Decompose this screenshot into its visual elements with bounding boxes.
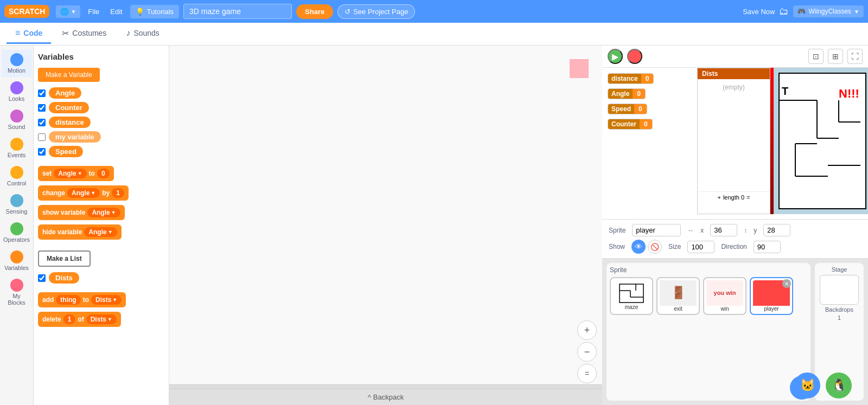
block-change-val[interactable]: 1	[112, 188, 124, 198]
var-pill-dists[interactable]: Dists	[49, 272, 79, 284]
block-hide-var[interactable]: Angle ▼	[84, 227, 117, 237]
block-change-row: change Angle ▼ by 1	[38, 185, 164, 201]
block-hide[interactable]: hide variable Angle ▼	[38, 224, 122, 240]
stage-thumbnail[interactable]	[820, 275, 859, 305]
zoom-in-button[interactable]: +	[577, 320, 597, 340]
sprite-info: Sprite ↔ x ↕ y Show 👁 🚫 Size Direction	[602, 220, 868, 259]
tutorials-button[interactable]: 💡 Tutorials	[130, 5, 179, 18]
var-checkbox-dists[interactable]	[38, 274, 46, 282]
sprite-thumb-exit[interactable]: 🚪 exit	[656, 277, 700, 315]
add-buttons: 🐱 🐧	[794, 372, 852, 398]
sprite-thumb-player[interactable]: ✕ player	[750, 277, 793, 315]
x-icon: ↔	[687, 227, 694, 234]
sprite-img-exit: 🚪	[660, 280, 697, 305]
dists-empty: (empty)	[698, 79, 770, 95]
zoom-out-button[interactable]: −	[577, 342, 597, 362]
fullscreen-button[interactable]: ⛶	[847, 49, 863, 64]
make-variable-button[interactable]: Make a Variable	[38, 68, 100, 82]
block-set-val[interactable]: 0	[97, 169, 110, 178]
sidebar-item-operators[interactable]: Operators	[2, 219, 32, 246]
maze-area: T N!!!	[770, 68, 868, 214]
scripts-area[interactable]: + − = ^ Backpack	[169, 46, 602, 405]
stop-button[interactable]	[627, 49, 642, 64]
block-delete[interactable]: delete 1 of Dists ▼	[38, 312, 121, 327]
var-pill-speed[interactable]: Speed	[49, 146, 83, 157]
edit-menu[interactable]: Edit	[107, 5, 125, 18]
save-now-button[interactable]: Save Now	[743, 8, 775, 16]
show-label: Show	[609, 243, 625, 250]
size-input[interactable]	[687, 241, 714, 253]
block-delete-list[interactable]: Dists ▼	[86, 314, 117, 324]
tab-sounds[interactable]: ♪ Sounds	[117, 24, 168, 44]
direction-input[interactable]	[754, 241, 781, 253]
sidebar-item-variables[interactable]: Variables	[2, 247, 32, 274]
tab-code[interactable]: ≡ Code	[7, 24, 51, 44]
sidebar-item-events[interactable]: Events	[2, 134, 32, 162]
block-set-row: set Angle ▼ to 0	[38, 166, 164, 181]
var-checkbox-angle[interactable]	[38, 89, 46, 97]
backpack-bar[interactable]: ^ Backpack	[169, 389, 602, 405]
add-cat-button[interactable]: 🐱	[794, 372, 820, 398]
sprite-thumb-maze[interactable]: maze	[610, 277, 653, 315]
svg-text:T: T	[782, 85, 788, 97]
globe-icon: 🌐	[60, 8, 69, 16]
block-delete-index[interactable]: 1	[63, 314, 76, 324]
block-set-var[interactable]: Angle ▼	[54, 169, 86, 178]
sidebar: Motion Looks Sound Events Control Sensin…	[0, 46, 34, 405]
globe-button[interactable]: 🌐 ▼	[56, 5, 80, 18]
block-show-row: show variable Angle ▼	[38, 205, 164, 220]
block-show[interactable]: show variable Angle ▼	[38, 205, 125, 220]
hide-eye-button[interactable]: 🚫	[648, 240, 662, 254]
var-checkbox-counter[interactable]	[38, 104, 46, 112]
sidebar-item-control[interactable]: Control	[2, 163, 32, 190]
var-checkbox-speed[interactable]	[38, 148, 46, 156]
file-menu[interactable]: File	[85, 5, 103, 18]
backdrops-label: Backdrops	[825, 306, 853, 313]
user-menu[interactable]: 🎮 WiingyClasses ▼	[793, 5, 864, 17]
var-pill-myvariable[interactable]: my variable	[49, 131, 101, 143]
var-checkbox-myvariable[interactable]	[38, 133, 46, 141]
green-flag-button[interactable]: ▶	[608, 49, 623, 64]
block-add-list[interactable]: Dists ▼	[91, 295, 122, 305]
direction-label: Direction	[721, 243, 746, 250]
block-add-thing[interactable]: thing	[56, 295, 80, 305]
x-input[interactable]	[710, 224, 737, 236]
scrollbar-horizontal[interactable]	[169, 384, 602, 389]
y-input[interactable]	[763, 224, 790, 236]
my-blocks-dot	[10, 279, 23, 292]
sidebar-item-looks[interactable]: Looks	[2, 78, 32, 105]
sidebar-item-motion[interactable]: Motion	[2, 50, 32, 77]
sprite-label: Sprite	[609, 227, 626, 234]
var-pill-angle[interactable]: Angle	[49, 87, 81, 99]
sidebar-item-sensing[interactable]: Sensing	[2, 191, 32, 218]
make-list-button[interactable]: Make a List	[38, 250, 91, 267]
size-label: Size	[668, 243, 681, 250]
share-button[interactable]: Share	[296, 4, 333, 19]
save-icon-button[interactable]: 🗂	[779, 6, 789, 17]
main-area: Motion Looks Sound Events Control Sensin…	[0, 46, 868, 405]
show-eye-button[interactable]: 👁	[631, 240, 646, 254]
sidebar-item-sound[interactable]: Sound	[2, 106, 32, 133]
block-add[interactable]: add thing to Dists ▼	[38, 292, 126, 307]
sprite-thumb-win[interactable]: you win win	[703, 277, 746, 315]
block-set[interactable]: set Angle ▼ to 0	[38, 166, 114, 181]
sprite-name-win: win	[720, 306, 729, 312]
scripts-canvas[interactable]	[169, 46, 602, 389]
sprite-name-input[interactable]	[632, 224, 681, 236]
tab-costumes[interactable]: ✂ Costumes	[53, 24, 115, 44]
add-backdrop-button[interactable]: 🐧	[826, 372, 852, 398]
var-pill-counter[interactable]: Counter	[49, 102, 89, 113]
sidebar-item-my-blocks[interactable]: My Blocks	[2, 275, 32, 309]
y-icon: ↕	[744, 227, 747, 234]
block-change-var[interactable]: Angle ▼	[67, 188, 100, 198]
see-project-button[interactable]: ↺ See Project Page	[337, 4, 415, 19]
sprite-delete-player[interactable]: ✕	[782, 279, 791, 288]
project-name-input[interactable]	[183, 4, 292, 19]
zoom-fit-button[interactable]: =	[577, 364, 597, 383]
var-checkbox-distance[interactable]	[38, 119, 46, 126]
small-stage-button[interactable]: ⊞	[828, 49, 843, 64]
var-pill-distance[interactable]: distance	[49, 117, 91, 128]
block-change[interactable]: change Angle ▼ by 1	[38, 185, 129, 201]
block-show-var[interactable]: Angle ▼	[87, 208, 120, 217]
layout-icon-button[interactable]: ⊡	[808, 49, 824, 64]
